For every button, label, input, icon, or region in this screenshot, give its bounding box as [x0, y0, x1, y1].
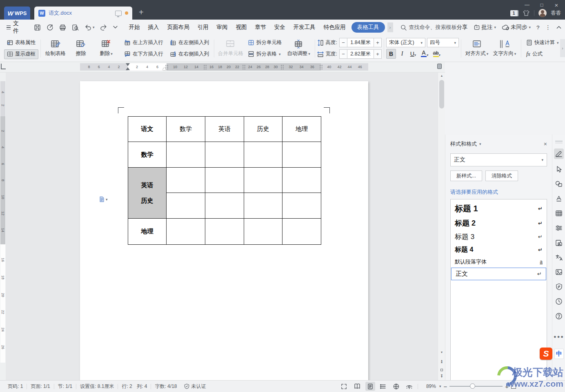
print-preview-icon[interactable]: [72, 24, 79, 31]
insert-col-right-button[interactable]: 在右侧插入列: [167, 49, 212, 59]
quick-calc-button[interactable]: 快速计算▾: [523, 38, 562, 48]
user-avatar[interactable]: [538, 9, 547, 17]
wordart-pane-icon[interactable]: [554, 193, 564, 204]
tab-insert[interactable]: 插入: [144, 21, 163, 33]
tab-table-tools-active[interactable]: 表格工具: [351, 22, 385, 33]
table-cell-empty[interactable]: [205, 219, 244, 245]
command-search[interactable]: 查找命令、搜索模板: [400, 24, 457, 31]
more-panes-icon[interactable]: ●●●: [554, 331, 564, 342]
column-resize-handle[interactable]: [319, 64, 323, 69]
column-resize-handle[interactable]: [165, 64, 169, 69]
page-setup-pane-icon[interactable]: [554, 237, 564, 248]
height-decrease-button[interactable]: −: [339, 38, 347, 47]
style-item-heading4[interactable]: 标题 4↵: [451, 244, 547, 256]
pane-drag-handle[interactable]: [555, 140, 563, 144]
alignment-button[interactable]: 对齐方式▾: [463, 37, 490, 60]
comment-button[interactable]: 批注▾: [474, 24, 496, 31]
fullscreen-view-icon[interactable]: [339, 382, 349, 391]
tab-special-features[interactable]: 特色应用: [320, 21, 350, 33]
tab-security[interactable]: 安全: [270, 21, 289, 33]
help-pane-icon[interactable]: [554, 311, 564, 321]
underline-button[interactable]: U▾: [408, 49, 418, 59]
table-cell-empty[interactable]: [244, 219, 282, 245]
document-count-badge[interactable]: 1: [510, 10, 518, 16]
wps-menu-button[interactable]: W WPS: [4, 7, 30, 20]
line-column-status[interactable]: 行: 2 列: 4: [118, 383, 151, 390]
column-resize-handle[interactable]: [242, 64, 246, 69]
table-cell-empty[interactable]: [167, 193, 205, 219]
next-page-button[interactable]: ▼▼: [438, 374, 445, 378]
document-page[interactable]: 语文 数学 英语 历史 地理 数学: [80, 81, 368, 380]
styles-pane-icon[interactable]: [554, 148, 564, 159]
web-layout-view-icon[interactable]: [391, 382, 401, 391]
show-gridlines-toggle[interactable]: 显示虚框: [4, 49, 38, 59]
new-tab-button[interactable]: +: [139, 8, 144, 16]
scroll-down-arrow[interactable]: ▼: [438, 351, 445, 354]
table-cell-empty[interactable]: [205, 193, 244, 219]
zoom-caret-icon[interactable]: ▾: [439, 384, 441, 388]
width-decrease-button[interactable]: −: [339, 49, 347, 59]
column-resize-handle[interactable]: [203, 64, 207, 69]
table-cell-empty[interactable]: [167, 142, 205, 168]
ime-language-badge[interactable]: 中: [554, 349, 564, 359]
split-table-button[interactable]: 拆分表格▾: [245, 49, 285, 59]
presentation-monitor-icon[interactable]: [115, 11, 122, 16]
style-selector-widget[interactable]: ▾: [99, 196, 108, 202]
file-menu-button[interactable]: 文件: [0, 20, 26, 35]
shapes-pane-icon[interactable]: [554, 179, 564, 189]
table-cell-empty[interactable]: [282, 193, 321, 219]
style-item-heading2[interactable]: 标题 2↵: [451, 216, 547, 230]
maximize-button[interactable]: □: [536, 0, 548, 10]
undo-icon[interactable]: ▾: [85, 24, 95, 31]
customize-toolbar-chevron-icon[interactable]: [113, 26, 118, 29]
font-size-select[interactable]: 四号▾: [427, 38, 459, 47]
bold-button[interactable]: B: [386, 49, 396, 59]
ribbon-overflow-button[interactable]: ›: [560, 39, 565, 57]
table-cell[interactable]: 地理: [282, 117, 321, 142]
autofit-button[interactable]: 自动调整▾: [285, 37, 313, 60]
insert-row-above-button[interactable]: 在上方插入行: [121, 38, 166, 48]
height-increase-button[interactable]: +: [374, 38, 382, 47]
sogou-ime-icon[interactable]: S: [540, 348, 552, 360]
table-cell-empty[interactable]: [205, 142, 244, 168]
hanging-indent-marker[interactable]: [126, 67, 130, 70]
section-status[interactable]: 节: 1/1: [54, 383, 76, 390]
insert-col-left-button[interactable]: 在左侧插入列: [167, 38, 212, 48]
insert-row-below-button[interactable]: 在下方插入行: [121, 49, 166, 59]
zoom-out-button[interactable]: −: [443, 383, 447, 390]
help-button[interactable]: ?: [536, 24, 540, 31]
share-button[interactable]: 分享: [457, 24, 468, 31]
tab-review[interactable]: 审阅: [213, 21, 232, 33]
pages-status[interactable]: 页面: 1/1: [27, 383, 53, 390]
table-cell-empty[interactable]: [282, 168, 321, 193]
document-canvas[interactable]: 语文 数学 英语 历史 地理 数学: [6, 73, 438, 380]
tab-stop-selector[interactable]: [1, 64, 6, 69]
vertical-scrollbar[interactable]: ▲ ▼ ▲▲ ▼▼: [438, 73, 445, 380]
highlight-color-button[interactable]: ab▾: [432, 49, 443, 59]
ruler-toggle-icon[interactable]: [437, 64, 442, 69]
style-item-default-font[interactable]: 默认段落字体a: [451, 256, 547, 268]
table-cell-empty[interactable]: [244, 193, 282, 219]
table-pane-icon[interactable]: [554, 208, 564, 219]
delete-button[interactable]: 删除▾: [93, 37, 119, 60]
style-item-heading3[interactable]: 标题 3↵: [451, 230, 547, 244]
select-browse-object-button[interactable]: [440, 369, 443, 371]
zoom-slider[interactable]: [449, 386, 503, 387]
tab-view[interactable]: 视图: [232, 21, 251, 33]
fit-page-button[interactable]: [511, 384, 516, 389]
select-tool-icon[interactable]: [554, 164, 564, 175]
formula-button[interactable]: fx 公式: [523, 49, 562, 59]
split-cells-button[interactable]: 拆分单元格: [245, 38, 285, 48]
table-cell-empty[interactable]: [244, 168, 282, 193]
page-number-status[interactable]: 页码: 1: [4, 383, 27, 390]
save-icon[interactable]: [34, 24, 41, 31]
italic-button[interactable]: I: [397, 49, 407, 59]
read-mode-icon[interactable]: [352, 382, 362, 391]
document-table[interactable]: 语文 数学 英语 历史 地理 数学: [128, 116, 321, 245]
zoom-slider-thumb[interactable]: [470, 383, 475, 389]
zoom-in-button[interactable]: +: [505, 383, 509, 390]
new-style-button[interactable]: 新样式...: [450, 171, 482, 181]
font-name-select[interactable]: 宋体 (正文)▾: [386, 38, 425, 47]
table-properties-button[interactable]: 表格属性: [4, 38, 38, 48]
width-increase-button[interactable]: +: [374, 49, 382, 59]
